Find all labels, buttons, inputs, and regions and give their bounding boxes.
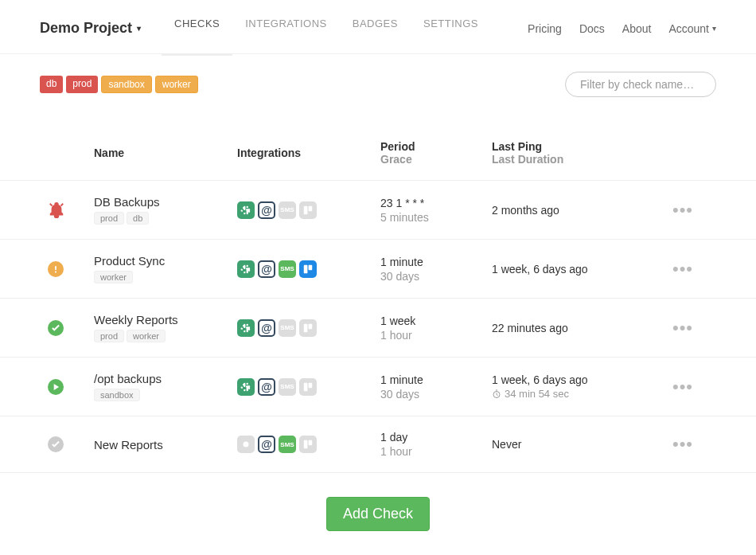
email-icon[interactable]: @ bbox=[258, 436, 275, 453]
check-period: 1 week bbox=[380, 315, 492, 327]
slack-icon[interactable] bbox=[237, 378, 255, 396]
check-row: /opt backupssandbox@SMS1 minute30 days1 … bbox=[0, 358, 756, 416]
svg-rect-4 bbox=[304, 264, 308, 273]
sms-icon[interactable]: SMS bbox=[279, 201, 296, 219]
check-name[interactable]: DB Backups bbox=[94, 195, 237, 209]
col-grace: Grace bbox=[380, 153, 492, 166]
nav-badges[interactable]: BADGES bbox=[340, 14, 411, 42]
nav-integrations[interactable]: INTEGRATIONS bbox=[232, 14, 340, 42]
check-row: Product Syncworker@SMS1 minute30 days1 w… bbox=[0, 240, 756, 299]
check-name[interactable]: New Reports bbox=[94, 438, 237, 451]
caret-down-icon: ▾ bbox=[712, 24, 716, 33]
nav-pricing[interactable]: Pricing bbox=[528, 22, 562, 35]
svg-rect-5 bbox=[309, 264, 313, 269]
check-grace: 1 hour bbox=[380, 329, 492, 342]
check-last-ping: 22 minutes ago bbox=[492, 322, 667, 334]
email-icon[interactable]: @ bbox=[258, 260, 275, 278]
nav-checks[interactable]: CHECKS bbox=[162, 14, 232, 56]
check-last-ping: Never bbox=[492, 438, 667, 451]
row-menu-button[interactable]: ••• bbox=[672, 265, 693, 273]
slack-icon[interactable] bbox=[237, 436, 255, 453]
trello-icon[interactable] bbox=[299, 436, 317, 453]
check-period: 1 minute bbox=[380, 373, 492, 386]
email-icon[interactable]: @ bbox=[258, 319, 275, 337]
nav-docs[interactable]: Docs bbox=[579, 22, 605, 35]
add-check-button[interactable]: Add Check bbox=[326, 497, 430, 531]
play-icon bbox=[48, 379, 64, 395]
col-last-ping: Last Ping bbox=[492, 140, 667, 153]
col-period: Period bbox=[380, 140, 492, 153]
svg-rect-7 bbox=[309, 323, 313, 328]
check-row: Weekly Reportsprodworker@SMS1 week1 hour… bbox=[0, 299, 756, 358]
check-grace: 5 minutes bbox=[380, 211, 492, 224]
check-period: 1 day bbox=[380, 431, 492, 444]
svg-rect-13 bbox=[309, 440, 313, 445]
check-tag: sandbox bbox=[94, 389, 140, 401]
row-menu-button[interactable]: ••• bbox=[672, 383, 693, 391]
trello-icon[interactable] bbox=[299, 260, 317, 278]
col-last-duration: Last Duration bbox=[492, 153, 667, 166]
svg-point-11 bbox=[244, 442, 249, 448]
slack-icon[interactable] bbox=[237, 201, 255, 219]
filter-tag-worker[interactable]: worker bbox=[155, 76, 198, 93]
sms-icon[interactable]: SMS bbox=[279, 260, 296, 278]
check-name[interactable]: /opt backups bbox=[94, 372, 237, 385]
filter-tag-db[interactable]: db bbox=[40, 76, 63, 93]
project-switcher[interactable]: Demo Project ▾ bbox=[40, 20, 141, 37]
check-last-ping: 2 months ago bbox=[492, 204, 667, 217]
email-icon[interactable]: @ bbox=[258, 378, 275, 396]
svg-rect-0 bbox=[304, 205, 308, 214]
warning-icon bbox=[48, 261, 64, 277]
check-grace: 1 hour bbox=[380, 445, 492, 458]
check-name[interactable]: Weekly Reports bbox=[94, 313, 237, 326]
nav-about[interactable]: About bbox=[622, 22, 652, 35]
check-period: 23 1 * * * bbox=[380, 197, 492, 209]
check-name[interactable]: Product Sync bbox=[94, 254, 237, 268]
check-tag: prod bbox=[94, 212, 124, 225]
filter-tag-prod[interactable]: prod bbox=[66, 76, 98, 93]
check-last-ping: 1 week, 6 days ago bbox=[492, 263, 667, 276]
row-menu-button[interactable]: ••• bbox=[672, 206, 693, 214]
search-input[interactable] bbox=[565, 72, 716, 97]
project-title: Demo Project bbox=[40, 20, 132, 37]
svg-rect-9 bbox=[309, 382, 313, 387]
trello-icon[interactable] bbox=[299, 378, 317, 396]
check-tag: worker bbox=[94, 271, 133, 283]
caret-down-icon: ▾ bbox=[137, 24, 141, 33]
col-name: Name bbox=[94, 147, 237, 159]
trello-icon[interactable] bbox=[299, 201, 317, 219]
stopwatch-icon bbox=[492, 389, 501, 399]
check-grace: 30 days bbox=[380, 388, 492, 401]
bell-alert-icon bbox=[48, 201, 65, 219]
svg-rect-8 bbox=[304, 382, 308, 391]
nav-settings[interactable]: SETTINGS bbox=[411, 14, 491, 42]
nav-account[interactable]: Account▾ bbox=[668, 22, 716, 35]
svg-rect-12 bbox=[304, 440, 308, 449]
svg-point-3 bbox=[55, 271, 57, 272]
check-tag: db bbox=[127, 212, 149, 225]
slack-icon[interactable] bbox=[237, 260, 255, 278]
svg-rect-1 bbox=[309, 205, 313, 210]
sms-icon[interactable]: SMS bbox=[279, 378, 296, 396]
slack-icon[interactable] bbox=[237, 319, 255, 337]
check-period: 1 minute bbox=[380, 256, 492, 268]
svg-rect-6 bbox=[304, 323, 308, 332]
sms-icon[interactable]: SMS bbox=[279, 436, 296, 453]
check-duration: 34 min 54 sec bbox=[492, 388, 667, 400]
trello-icon[interactable] bbox=[299, 319, 317, 337]
check-icon bbox=[48, 436, 64, 452]
check-icon bbox=[48, 320, 64, 336]
row-menu-button[interactable]: ••• bbox=[672, 324, 693, 332]
check-tag: prod bbox=[94, 330, 124, 342]
sms-icon[interactable]: SMS bbox=[279, 319, 296, 337]
check-last-ping: 1 week, 6 days ago bbox=[492, 373, 667, 386]
check-tag: worker bbox=[127, 330, 166, 342]
email-icon[interactable]: @ bbox=[258, 201, 275, 219]
filter-tag-sandbox[interactable]: sandbox bbox=[101, 76, 151, 93]
col-integrations: Integrations bbox=[237, 147, 380, 159]
svg-rect-2 bbox=[55, 265, 57, 269]
check-row: New Reports@SMS1 day1 hourNever••• bbox=[0, 416, 756, 473]
check-row: DB Backupsproddb@SMS23 1 * * *5 minutes2… bbox=[0, 181, 756, 240]
check-grace: 30 days bbox=[380, 270, 492, 283]
row-menu-button[interactable]: ••• bbox=[672, 440, 693, 448]
